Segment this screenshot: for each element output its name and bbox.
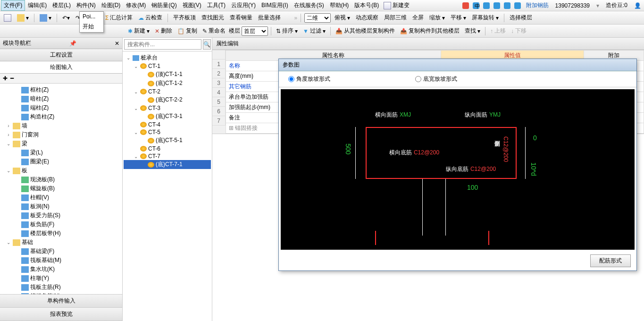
instance-node[interactable]: CT-6 <box>124 145 211 152</box>
instance-tree[interactable]: ⌄桩承台⌄CT-1(顶)CT-1-1(底)CT-1-2⌄CT-2(底)CT-2-… <box>123 51 212 321</box>
popup-start[interactable]: 开始 <box>80 21 103 32</box>
instance-node[interactable]: (底)CT-7-1 <box>124 160 211 169</box>
down-button[interactable]: ↓下移 <box>509 26 528 36</box>
instance-node[interactable]: (顶)CT-1-1 <box>124 70 211 79</box>
instance-node[interactable]: (底)CT-5-1 <box>124 136 211 145</box>
tab-project[interactable]: 工程设置 <box>0 49 122 61</box>
search-input[interactable] <box>124 39 201 50</box>
tree-node[interactable]: 构造柱(Z) <box>1 112 121 121</box>
instance-node[interactable]: ⌄CT-5 <box>124 128 211 136</box>
menu-floor[interactable]: 楼层(L) <box>50 0 74 11</box>
instance-node[interactable]: (底)CT-1-2 <box>124 79 211 88</box>
ime-icon-6[interactable] <box>514 2 521 9</box>
ime-icon-3[interactable] <box>483 2 490 9</box>
menu-comp[interactable]: 构件(N) <box>74 0 99 11</box>
tree-node[interactable]: 板受力筋(S) <box>1 211 121 220</box>
tab-report[interactable]: 报表预览 <box>0 308 122 321</box>
fullscreen-button[interactable]: 全屏 <box>410 13 426 23</box>
tab-drawing[interactable]: 绘图输入 <box>0 61 122 74</box>
popup-poi[interactable]: Poi... <box>80 12 103 21</box>
tree-node[interactable]: 梁(L) <box>1 148 121 157</box>
menu-bim[interactable]: BIM应用(I) <box>259 0 291 11</box>
local3d-button[interactable]: 局部三维 <box>382 13 409 23</box>
menu-rebar[interactable]: 钢筋量(Q) <box>149 0 179 11</box>
instance-node[interactable]: CT-4 <box>124 121 211 128</box>
tree-node[interactable]: 端柱(Z) <box>1 103 121 112</box>
tree-node[interactable]: ⌄梁 <box>1 139 121 148</box>
tree-node[interactable]: 筏板基础(M) <box>1 256 121 265</box>
cloud-check-button[interactable]: ☁云检查 <box>136 13 164 23</box>
menu-view[interactable]: 视图(V) <box>180 0 204 11</box>
pin-icon[interactable]: 📌 <box>69 40 76 47</box>
comp-new-button[interactable]: ✱新建▾ <box>126 26 151 36</box>
comp-del-button[interactable]: ✕删除 <box>153 26 174 36</box>
copyto-button[interactable]: 📤复制构件到其他楼层 <box>398 26 461 36</box>
instance-node[interactable]: ⌄桩承台 <box>124 53 211 62</box>
filter-button[interactable]: ▼过滤▾ <box>301 26 327 36</box>
menu-modify[interactable]: 修改(M) <box>123 0 149 11</box>
menu-cloud[interactable]: 云应用(Y) <box>228 0 259 11</box>
instance-node[interactable]: (底)CT-2-2 <box>124 95 211 104</box>
instance-node[interactable]: ⌄CT-3 <box>124 104 211 112</box>
tree-node[interactable]: 柱墩(Y) <box>1 274 121 283</box>
instance-node[interactable]: ⌄CT-1 <box>124 62 211 70</box>
open-button[interactable]: ▾ <box>15 13 31 23</box>
tree-node[interactable]: 螺旋板(B) <box>1 184 121 193</box>
collapse-icon[interactable]: ━ <box>10 75 14 82</box>
ime-icon[interactable] <box>462 2 469 9</box>
search-go-button[interactable]: 🔍 <box>203 39 211 50</box>
tree-node[interactable]: 板负筋(F) <box>1 220 121 229</box>
batch-button[interactable]: 批量选择 <box>256 13 283 23</box>
tree-node[interactable]: 筏板主筋(R) <box>1 283 121 292</box>
radio-width[interactable]: 底宽放坡形式 <box>415 75 457 83</box>
tree-node[interactable]: 暗柱(Z) <box>1 94 121 103</box>
comp-copy-button[interactable]: 📋复制 <box>176 26 199 36</box>
save-button[interactable]: ▾ <box>38 13 53 23</box>
rebar-form-button[interactable]: 配筋形式 <box>590 254 631 267</box>
tree-node[interactable]: ⌄基础 <box>1 238 121 247</box>
tree-node[interactable]: 柱帽(V) <box>1 193 121 202</box>
tab-single-input[interactable]: 单构件输入 <box>0 295 122 308</box>
comp-rename-button[interactable]: ✎重命名 <box>201 26 227 36</box>
menu-tool[interactable]: 工具(T) <box>204 0 228 11</box>
rotate-button[interactable]: 屏幕旋转▾ <box>470 13 501 23</box>
pan-button[interactable]: 平移▾ <box>449 13 468 23</box>
tree-node[interactable]: ⌄板 <box>1 166 121 175</box>
tree-node[interactable]: 基础梁(F) <box>1 247 121 256</box>
topview-button[interactable]: 俯视▾ <box>333 13 352 23</box>
floor-select[interactable]: 首层 <box>242 26 268 36</box>
dynview-button[interactable]: 动态观察 <box>354 13 380 23</box>
up-button[interactable]: ↑上移 <box>488 26 508 36</box>
instance-node[interactable]: ⌄CT-7 <box>124 152 211 160</box>
steel-button[interactable]: 查看钢量 <box>228 13 254 23</box>
tree-node[interactable]: ›墙 <box>1 121 121 130</box>
menu-ver[interactable]: 版本号(B) <box>351 0 382 11</box>
tree-node[interactable]: 框柱(Z) <box>1 85 121 94</box>
tree-node[interactable]: 圈梁(E) <box>1 157 121 166</box>
menu-online[interactable]: 在线服务(S) <box>291 0 327 11</box>
flat-button[interactable]: 平齐板顶 <box>171 13 198 23</box>
menu-help[interactable]: 帮助(H) <box>327 0 352 11</box>
user-icon[interactable]: 👤 <box>632 2 643 9</box>
close-icon[interactable]: ✕ <box>115 40 119 47</box>
expand-icon[interactable]: ✚ <box>3 75 8 82</box>
tree-node[interactable]: 现浇板(B) <box>1 175 121 184</box>
ime-icon-4[interactable] <box>493 2 500 9</box>
view-mode-select[interactable]: 二维 <box>304 13 331 23</box>
copyfrom-button[interactable]: 📥从其他楼层复制构件 <box>334 26 397 36</box>
select-floor-button[interactable]: 选择楼层 <box>508 13 534 23</box>
undo-button[interactable]: ↶▾ <box>60 14 72 22</box>
tree-node[interactable]: ›门窗洞 <box>1 130 121 139</box>
find-button[interactable]: 查找图元 <box>200 13 226 23</box>
menu-draw[interactable]: 绘图(D) <box>99 0 124 11</box>
menu-file[interactable]: 文件(F) <box>1 0 25 11</box>
sum-button[interactable]: Σ汇总计算 <box>103 13 134 23</box>
zoom-button[interactable]: 缩放▾ <box>427 13 447 23</box>
ime-icon-2[interactable]: 中 <box>473 2 479 9</box>
ime-icon-5[interactable] <box>504 2 510 9</box>
instance-node[interactable]: ⌄CT-2 <box>124 88 211 95</box>
component-tree[interactable]: 框柱(Z)暗柱(Z)端柱(Z)构造柱(Z)›墙›门窗洞⌄梁梁(L)圈梁(E)⌄板… <box>0 84 122 294</box>
sort-button[interactable]: ⇅排序▾ <box>274 26 300 36</box>
menu-edit[interactable]: 编辑(E) <box>25 0 50 11</box>
new-button[interactable] <box>2 13 13 23</box>
